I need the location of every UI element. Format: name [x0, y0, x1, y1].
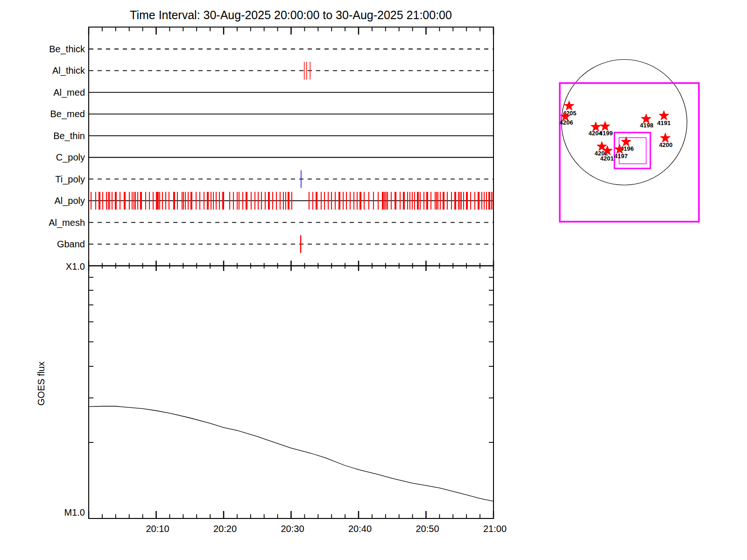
- timeline-row-Al_poly: [89, 192, 493, 210]
- active-region-number: 4200: [659, 141, 673, 148]
- active-region-star: [659, 111, 669, 120]
- figure-canvas: Time Interval: 30-Aug-2025 20:00:00 to 3…: [0, 0, 747, 560]
- row-label-Be_thick: Be_thick: [49, 44, 85, 55]
- active-region-4200: 4200: [659, 133, 673, 148]
- fov-box-0: [560, 83, 699, 222]
- time-axis-ticks: [89, 28, 493, 518]
- observation-summary-figure: Time Interval: 30-Aug-2025 20:00:00 to 3…: [0, 0, 747, 560]
- x-tick-label-20:40: 20:40: [348, 524, 372, 534]
- active-region-star: [564, 101, 574, 110]
- row-label-Gband: Gband: [57, 239, 85, 249]
- goes-bottom-scale-label: M1.0: [64, 507, 85, 518]
- row-label-Al_med: Al_med: [53, 87, 85, 98]
- row-label-C_poly: C_poly: [56, 152, 85, 163]
- active-region-star: [621, 137, 631, 146]
- solar-disk-map: 4205420642044199419841914200419641974202…: [560, 60, 699, 222]
- goes-flux-curve: [89, 406, 493, 502]
- active-region-number: 4201: [600, 155, 614, 162]
- x-tick-label-20:10: 20:10: [146, 524, 169, 534]
- row-label-Al_mesh: Al_mesh: [49, 217, 85, 228]
- active-region-number: 4199: [599, 130, 613, 137]
- page-title: Time Interval: 30-Aug-2025 20:00:00 to 3…: [130, 8, 452, 21]
- goes-y-axis-title: GOES flux: [36, 362, 46, 406]
- time-axis-labels: 20:1020:2020:3020:4020:5021:00: [146, 524, 507, 534]
- timeline-panel-frame: [89, 27, 493, 266]
- row-label-Al_poly: Al_poly: [54, 196, 85, 206]
- x-tick-label-21:00: 21:00: [483, 524, 507, 534]
- x-tick-label-20:20: 20:20: [213, 524, 237, 534]
- active-region-star: [661, 133, 670, 142]
- row-label-Be_med: Be_med: [50, 109, 85, 119]
- goes-axis-ticks: [89, 277, 493, 442]
- active-region-4198: 4198: [640, 114, 654, 129]
- row-label-Ti_poly: Ti_poly: [55, 174, 85, 185]
- timeline-row-Al_thick: [89, 62, 493, 79]
- row-label-Al_thick: Al_thick: [52, 65, 85, 76]
- timeline-rows: [89, 49, 493, 253]
- goes-flux-polyline: [89, 406, 493, 502]
- timeline-row-labels: Be_thickAl_thickAl_medBe_medBe_thinC_pol…: [49, 44, 85, 249]
- timeline-row-Gband: [89, 235, 493, 253]
- active-region-number: 4191: [657, 119, 671, 126]
- active-region-number: 4197: [614, 153, 628, 160]
- goes-panel-frame: [89, 266, 493, 519]
- x-tick-label-20:30: 20:30: [281, 524, 304, 534]
- active-region-number: 4206: [560, 119, 573, 126]
- goes-top-scale-label: X1.0: [66, 261, 85, 272]
- row-label-Be_thin: Be_thin: [53, 131, 85, 141]
- active-region-number: 4198: [640, 122, 654, 129]
- active-region-star: [600, 121, 610, 131]
- timeline-row-Ti_poly: [89, 170, 493, 188]
- active-region-4191: 4191: [657, 111, 671, 126]
- active-region-4199: 4199: [599, 121, 613, 137]
- x-tick-label-20:50: 20:50: [416, 524, 439, 534]
- active-region-4196: 4196: [620, 137, 634, 152]
